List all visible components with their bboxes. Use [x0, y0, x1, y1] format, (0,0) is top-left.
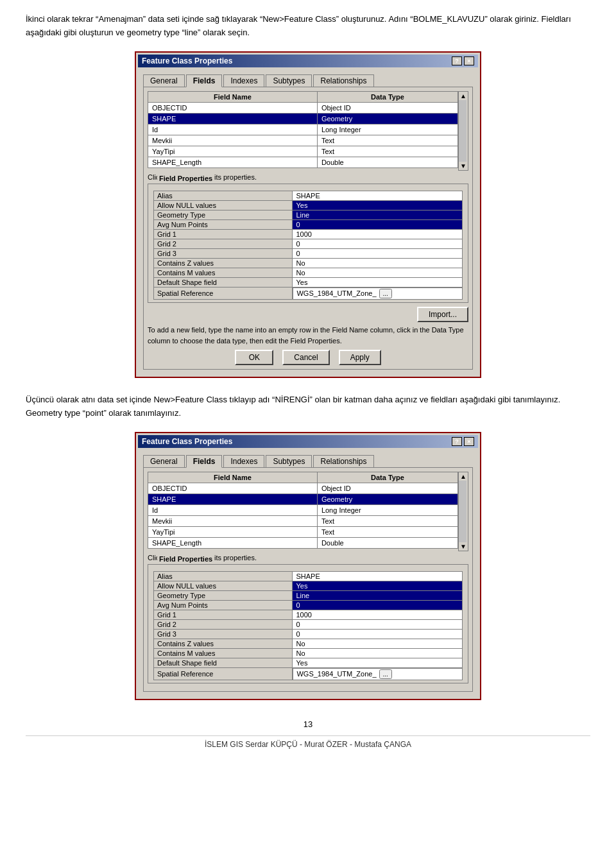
prop-label: Default Shape field — [154, 277, 293, 287]
prop-value: 1000 — [293, 229, 463, 239]
data-type-cell: Double — [317, 157, 458, 167]
props-row: Geometry TypeLine — [154, 210, 463, 219]
tab-fields[interactable]: Fields — [186, 74, 223, 87]
prop-value: Yes — [293, 581, 463, 590]
dialog-2-title-bar: Feature Class Properties ? × — [138, 435, 478, 448]
dialog-1-title-buttons: ? × — [452, 56, 474, 65]
props-row: Grid 20 — [154, 619, 463, 629]
table-row[interactable]: YayTipiText — [148, 526, 458, 537]
field-name-cell: YayTipi — [148, 146, 318, 157]
col-fieldname-2: Field Name — [148, 472, 318, 483]
props-row: Grid 20 — [154, 239, 463, 248]
field-table-scroll-2: Field Name Data Type OBJECTIDObject IDSH… — [148, 472, 458, 551]
field-table-wrapper: Field Name Data Type OBJECTIDObject IDSH… — [148, 91, 468, 171]
scroll-down-arrow[interactable]: ▼ — [459, 162, 468, 170]
props-row: Geometry TypeLine — [154, 590, 463, 600]
tab-general[interactable]: General — [143, 74, 185, 87]
tab2-general[interactable]: General — [143, 455, 185, 468]
prop-label: Geometry Type — [154, 210, 293, 219]
prop-label: Grid 3 — [154, 248, 293, 258]
field-props-box: Field Properties AliasSHAPEAllow NULL va… — [148, 184, 468, 304]
table-row[interactable]: SHAPE_LengthDouble — [148, 537, 458, 548]
table-row[interactable]: OBJECTIDObject ID — [148, 483, 458, 494]
dialog-1-title-bar: Feature Class Properties ? × — [138, 55, 478, 67]
prop-label: Contains M values — [154, 648, 293, 658]
prop-value: SHAPE — [293, 191, 463, 200]
data-type-cell: Text — [317, 146, 458, 157]
prop-label: Avg Num Points — [154, 219, 293, 229]
props-row: Allow NULL valuesYes — [154, 581, 463, 590]
import-btn-row: Import... — [148, 307, 468, 322]
tabs-bar-2: General Fields Indexes Subtypes Relation… — [143, 454, 473, 467]
scroll-down-arrow-2[interactable]: ▼ — [459, 542, 468, 551]
prop-value: 0 — [293, 629, 463, 639]
spatial-ref-button[interactable]: ... — [379, 289, 392, 298]
import-button[interactable]: Import... — [417, 307, 468, 322]
tab-content-2: Field Name Data Type OBJECTIDObject IDSH… — [143, 467, 473, 692]
table-row[interactable]: SHAPE_LengthDouble — [148, 157, 458, 167]
field-table-2: Field Name Data Type OBJECTIDObject IDSH… — [148, 472, 458, 549]
scrollbar-2[interactable]: ▲ ▼ — [458, 472, 468, 551]
scrollbar[interactable]: ▲ ▼ — [458, 91, 468, 171]
close-button[interactable]: × — [464, 56, 474, 65]
tab-indexes[interactable]: Indexes — [223, 74, 264, 87]
props-row: Grid 30 — [154, 629, 463, 639]
scroll-up-arrow-2[interactable]: ▲ — [459, 472, 468, 481]
table-row[interactable]: SHAPEGeometry — [148, 494, 458, 504]
props-row: Grid 11000 — [154, 610, 463, 619]
tab2-fields[interactable]: Fields — [186, 455, 223, 468]
tab2-relationships[interactable]: Relationships — [313, 455, 373, 468]
field-name-cell: YayTipi — [148, 526, 318, 537]
prop-value: 0 — [293, 619, 463, 629]
props-row: Default Shape fieldYes — [154, 277, 463, 287]
data-type-cell: Double — [317, 537, 458, 548]
prop-value: SHAPE — [293, 571, 463, 581]
prop-label: Avg Num Points — [154, 600, 293, 610]
table-row[interactable]: MevkiiText — [148, 135, 458, 146]
apply-button[interactable]: Apply — [339, 350, 381, 365]
props-row: Grid 30 — [154, 248, 463, 258]
tab2-subtypes[interactable]: Subtypes — [266, 455, 312, 468]
cancel-button[interactable]: Cancel — [282, 350, 329, 365]
scroll-up-arrow[interactable]: ▲ — [459, 92, 468, 100]
prop-label: Grid 1 — [154, 610, 293, 619]
prop-value: Yes — [293, 277, 463, 287]
prop-value: Yes — [293, 200, 463, 210]
data-type-cell: Geometry — [317, 494, 458, 504]
tab-content: Field Name Data Type OBJECTIDObject IDSH… — [143, 87, 473, 370]
close-button-2[interactable]: × — [464, 437, 474, 446]
table-row[interactable]: MevkiiText — [148, 515, 458, 526]
table-row[interactable]: YayTipiText — [148, 146, 458, 157]
dialog-2-inner: General Fields Indexes Subtypes Relation… — [138, 451, 478, 698]
tab2-indexes[interactable]: Indexes — [223, 455, 264, 468]
dialog-1: Feature Class Properties ? × General Fie… — [135, 51, 481, 379]
help-button[interactable]: ? — [452, 56, 462, 65]
tab-relationships[interactable]: Relationships — [313, 74, 373, 87]
prop-value: No — [293, 639, 463, 648]
prop-label: Spatial Reference — [154, 667, 293, 680]
tab-subtypes[interactable]: Subtypes — [266, 74, 312, 87]
props-row: Default Shape fieldYes — [154, 658, 463, 667]
prop-label: Grid 2 — [154, 239, 293, 248]
help-button-2[interactable]: ? — [452, 437, 462, 446]
prop-label: Allow NULL values — [154, 200, 293, 210]
table-row[interactable]: IdLong Integer — [148, 124, 458, 135]
bottom-hint: To add a new field, type the name into a… — [148, 325, 468, 346]
intro-paragraph-2: Üçüncü olarak atnı data set içinde New>F… — [26, 393, 590, 420]
ok-button[interactable]: OK — [235, 350, 273, 365]
props-row: Spatial ReferenceWGS_1984_UTM_Zone_... — [154, 287, 463, 300]
prop-label: Alias — [154, 191, 293, 200]
scroll-track-2 — [459, 481, 466, 542]
table-row[interactable]: IdLong Integer — [148, 504, 458, 515]
table-row[interactable]: OBJECTIDObject ID — [148, 102, 458, 113]
field-name-cell: SHAPE_Length — [148, 157, 318, 167]
col-datatype-2: Data Type — [317, 472, 458, 483]
spatial-ref-button-2[interactable]: ... — [379, 669, 392, 679]
field-name-cell: OBJECTID — [148, 483, 318, 494]
intro-paragraph-1: İkinci olarak tekrar “Amenajman” data se… — [26, 13, 590, 40]
props-table-2: AliasSHAPEAllow NULL valuesYesGeometry T… — [153, 571, 463, 681]
field-name-cell: SHAPE_Length — [148, 537, 318, 548]
table-row[interactable]: SHAPEGeometry — [148, 113, 458, 124]
props-table: AliasSHAPEAllow NULL valuesYesGeometry T… — [153, 191, 463, 300]
field-name-cell: Mevkii — [148, 135, 318, 146]
